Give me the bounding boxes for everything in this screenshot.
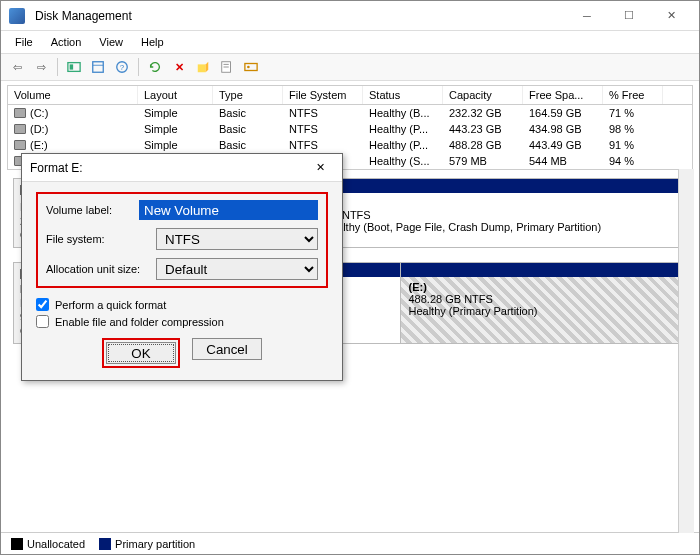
allocation-label: Allocation unit size: xyxy=(46,263,156,275)
cancel-button[interactable]: Cancel xyxy=(192,338,262,360)
format-dialog: Format E: ✕ Volume label: File system: N… xyxy=(21,153,343,381)
back-button[interactable]: ⇦ xyxy=(7,57,27,77)
window-title: Disk Management xyxy=(31,9,567,23)
col-fs[interactable]: File System xyxy=(283,86,363,104)
dialog-close-button[interactable]: ✕ xyxy=(306,156,334,180)
menubar: File Action View Help xyxy=(1,31,699,53)
col-capacity[interactable]: Capacity xyxy=(443,86,523,104)
col-free[interactable]: Free Spa... xyxy=(523,86,603,104)
filesystem-select[interactable]: NTFS xyxy=(156,228,318,250)
legend-swatch xyxy=(11,538,23,550)
svg-rect-2 xyxy=(93,62,104,73)
titlebar: Disk Management ─ ☐ ✕ xyxy=(1,1,699,31)
svg-text:?: ? xyxy=(120,63,125,72)
delete-icon[interactable]: ✕ xyxy=(169,57,189,77)
allocation-select[interactable]: Default xyxy=(156,258,318,280)
quick-format-label: Perform a quick format xyxy=(55,299,166,311)
format-options-group: Volume label: File system: NTFS Allocati… xyxy=(36,192,328,288)
partition[interactable]: GB NTFSHealthy (Boot, Page File, Crash D… xyxy=(314,179,686,247)
tool-icon[interactable] xyxy=(64,57,84,77)
volume-row[interactable]: (C:)SimpleBasicNTFSHealthy (B...232.32 G… xyxy=(8,105,692,121)
col-volume[interactable]: Volume xyxy=(8,86,138,104)
svg-rect-10 xyxy=(245,64,257,71)
help-icon[interactable]: ? xyxy=(112,57,132,77)
filesystem-label: File system: xyxy=(46,233,156,245)
menu-action[interactable]: Action xyxy=(43,34,90,50)
col-status[interactable]: Status xyxy=(363,86,443,104)
legend-unallocated: Unallocated xyxy=(27,538,85,550)
menu-file[interactable]: File xyxy=(7,34,41,50)
menu-help[interactable]: Help xyxy=(133,34,172,50)
legend-swatch xyxy=(99,538,111,550)
col-layout[interactable]: Layout xyxy=(138,86,213,104)
partition[interactable]: (E:)488.28 GB NTFSHealthy (Primary Parti… xyxy=(400,263,687,343)
col-type[interactable]: Type xyxy=(213,86,283,104)
compression-label: Enable file and folder compression xyxy=(55,316,224,328)
ok-button[interactable]: OK xyxy=(106,342,176,364)
tool-icon[interactable] xyxy=(193,57,213,77)
volume-label-label: Volume label: xyxy=(46,204,139,216)
tool-icon[interactable] xyxy=(241,57,261,77)
tool-icon[interactable] xyxy=(88,57,108,77)
properties-icon[interactable] xyxy=(217,57,237,77)
dialog-title: Format E: xyxy=(30,161,306,175)
legend: Unallocated Primary partition xyxy=(1,532,699,554)
col-pct[interactable]: % Free xyxy=(603,86,663,104)
svg-point-11 xyxy=(247,66,250,69)
main-window: Disk Management ─ ☐ ✕ File Action View H… xyxy=(0,0,700,555)
app-icon xyxy=(9,8,25,24)
volume-row[interactable]: (D:)SimpleBasicNTFSHealthy (P...443.23 G… xyxy=(8,121,692,137)
maximize-button[interactable]: ☐ xyxy=(609,3,649,29)
compression-checkbox[interactable] xyxy=(36,315,49,328)
svg-rect-6 xyxy=(198,64,206,72)
volume-label-input[interactable] xyxy=(139,200,318,220)
volume-header: Volume Layout Type File System Status Ca… xyxy=(8,86,692,105)
quick-format-checkbox[interactable] xyxy=(36,298,49,311)
close-button[interactable]: ✕ xyxy=(651,3,691,29)
scrollbar[interactable] xyxy=(678,169,694,533)
minimize-button[interactable]: ─ xyxy=(567,3,607,29)
svg-rect-1 xyxy=(70,64,74,69)
volume-row[interactable]: (E:)SimpleBasicNTFSHealthy (P...488.28 G… xyxy=(8,137,692,153)
forward-button[interactable]: ⇨ xyxy=(31,57,51,77)
menu-view[interactable]: View xyxy=(91,34,131,50)
refresh-icon[interactable] xyxy=(145,57,165,77)
legend-primary: Primary partition xyxy=(115,538,195,550)
toolbar: ⇦ ⇨ ? ✕ xyxy=(1,53,699,81)
